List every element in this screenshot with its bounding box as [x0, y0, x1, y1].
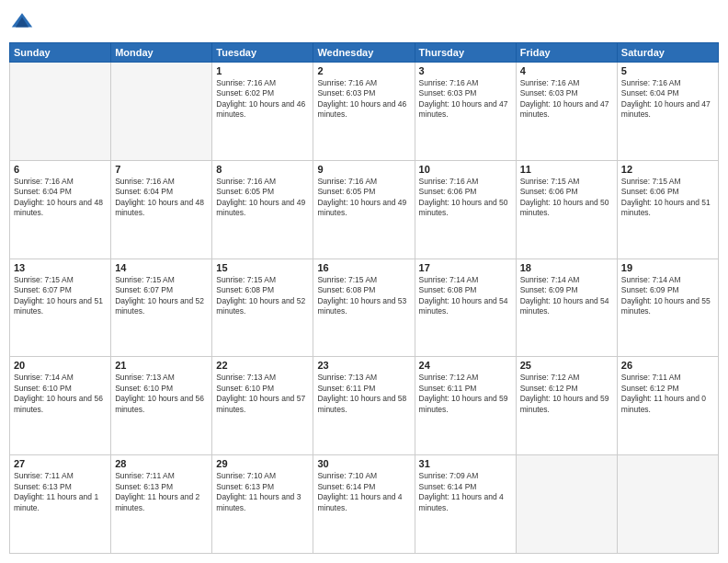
- day-header-tuesday: Tuesday: [212, 43, 313, 63]
- calendar-cell: 14Sunrise: 7:15 AM Sunset: 6:07 PM Dayli…: [111, 259, 212, 357]
- calendar-cell: 22Sunrise: 7:13 AM Sunset: 6:10 PM Dayli…: [212, 357, 313, 455]
- day-number: 31: [419, 458, 512, 469]
- cell-sun-info: Sunrise: 7:15 AM Sunset: 6:08 PM Dayligh…: [317, 275, 410, 317]
- cell-sun-info: Sunrise: 7:16 AM Sunset: 6:05 PM Dayligh…: [317, 177, 410, 219]
- day-number: 24: [419, 360, 512, 371]
- day-number: 30: [317, 458, 410, 469]
- calendar-week-2: 6Sunrise: 7:16 AM Sunset: 6:04 PM Daylig…: [10, 160, 719, 259]
- cell-sun-info: Sunrise: 7:10 AM Sunset: 6:14 PM Dayligh…: [317, 471, 410, 513]
- cell-sun-info: Sunrise: 7:13 AM Sunset: 6:10 PM Dayligh…: [115, 373, 208, 415]
- day-number: 4: [520, 65, 613, 76]
- cell-sun-info: Sunrise: 7:12 AM Sunset: 6:11 PM Dayligh…: [419, 373, 512, 415]
- calendar-cell: 10Sunrise: 7:16 AM Sunset: 6:06 PM Dayli…: [415, 160, 516, 259]
- cell-sun-info: Sunrise: 7:09 AM Sunset: 6:14 PM Dayligh…: [419, 471, 512, 513]
- cell-sun-info: Sunrise: 7:16 AM Sunset: 6:02 PM Dayligh…: [216, 78, 309, 121]
- calendar-cell: 11Sunrise: 7:15 AM Sunset: 6:06 PM Dayli…: [516, 160, 617, 259]
- calendar-cell: 30Sunrise: 7:10 AM Sunset: 6:14 PM Dayli…: [313, 455, 415, 554]
- day-header-thursday: Thursday: [415, 43, 516, 63]
- calendar-cell: 2Sunrise: 7:16 AM Sunset: 6:03 PM Daylig…: [313, 63, 415, 161]
- day-header-friday: Friday: [516, 43, 617, 63]
- day-number: 3: [419, 65, 512, 76]
- day-number: 14: [115, 262, 208, 273]
- calendar-cell: [617, 455, 718, 554]
- day-number: 6: [14, 164, 107, 175]
- day-number: 11: [520, 164, 613, 175]
- cell-sun-info: Sunrise: 7:16 AM Sunset: 6:05 PM Dayligh…: [216, 177, 309, 219]
- calendar-cell: 9Sunrise: 7:16 AM Sunset: 6:05 PM Daylig…: [313, 160, 415, 259]
- day-number: 12: [621, 164, 714, 175]
- cell-sun-info: Sunrise: 7:14 AM Sunset: 6:08 PM Dayligh…: [419, 275, 512, 317]
- calendar-cell: 16Sunrise: 7:15 AM Sunset: 6:08 PM Dayli…: [313, 259, 415, 357]
- cell-sun-info: Sunrise: 7:15 AM Sunset: 6:07 PM Dayligh…: [115, 275, 208, 317]
- cell-sun-info: Sunrise: 7:15 AM Sunset: 6:06 PM Dayligh…: [520, 177, 613, 219]
- calendar-cell: [10, 63, 111, 161]
- calendar-cell: 31Sunrise: 7:09 AM Sunset: 6:14 PM Dayli…: [415, 455, 516, 554]
- cell-sun-info: Sunrise: 7:16 AM Sunset: 6:03 PM Dayligh…: [317, 78, 410, 121]
- day-number: 16: [317, 262, 410, 273]
- calendar-cell: 4Sunrise: 7:16 AM Sunset: 6:03 PM Daylig…: [516, 63, 617, 161]
- day-number: 28: [115, 458, 208, 469]
- cell-sun-info: Sunrise: 7:14 AM Sunset: 6:09 PM Dayligh…: [621, 275, 714, 317]
- calendar-cell: 28Sunrise: 7:11 AM Sunset: 6:13 PM Dayli…: [111, 455, 212, 554]
- logo-icon: [9, 9, 35, 35]
- calendar-cell: [516, 455, 617, 554]
- day-number: 18: [520, 262, 613, 273]
- cell-sun-info: Sunrise: 7:16 AM Sunset: 6:04 PM Dayligh…: [621, 78, 714, 121]
- calendar-cell: 26Sunrise: 7:11 AM Sunset: 6:12 PM Dayli…: [617, 357, 718, 455]
- calendar-week-5: 27Sunrise: 7:11 AM Sunset: 6:13 PM Dayli…: [10, 455, 719, 554]
- cell-sun-info: Sunrise: 7:16 AM Sunset: 6:04 PM Dayligh…: [14, 177, 107, 219]
- cell-sun-info: Sunrise: 7:11 AM Sunset: 6:13 PM Dayligh…: [14, 471, 107, 513]
- day-number: 29: [216, 458, 309, 469]
- calendar-week-1: 1Sunrise: 7:16 AM Sunset: 6:02 PM Daylig…: [10, 63, 719, 161]
- day-number: 23: [317, 360, 410, 371]
- cell-sun-info: Sunrise: 7:11 AM Sunset: 6:12 PM Dayligh…: [621, 373, 714, 415]
- day-number: 22: [216, 360, 309, 371]
- cell-sun-info: Sunrise: 7:14 AM Sunset: 6:09 PM Dayligh…: [520, 275, 613, 317]
- calendar-cell: 25Sunrise: 7:12 AM Sunset: 6:12 PM Dayli…: [516, 357, 617, 455]
- cell-sun-info: Sunrise: 7:10 AM Sunset: 6:13 PM Dayligh…: [216, 471, 309, 513]
- cell-sun-info: Sunrise: 7:15 AM Sunset: 6:06 PM Dayligh…: [621, 177, 714, 219]
- day-number: 17: [419, 262, 512, 273]
- calendar-table: SundayMondayTuesdayWednesdayThursdayFrid…: [9, 42, 719, 554]
- cell-sun-info: Sunrise: 7:15 AM Sunset: 6:08 PM Dayligh…: [216, 275, 309, 317]
- day-number: 15: [216, 262, 309, 273]
- cell-sun-info: Sunrise: 7:12 AM Sunset: 6:12 PM Dayligh…: [520, 373, 613, 415]
- calendar-cell: [111, 63, 212, 161]
- cell-sun-info: Sunrise: 7:16 AM Sunset: 6:03 PM Dayligh…: [520, 78, 613, 121]
- calendar-cell: 23Sunrise: 7:13 AM Sunset: 6:11 PM Dayli…: [313, 357, 415, 455]
- day-header-monday: Monday: [111, 43, 212, 63]
- calendar-cell: 18Sunrise: 7:14 AM Sunset: 6:09 PM Dayli…: [516, 259, 617, 357]
- calendar-week-4: 20Sunrise: 7:14 AM Sunset: 6:10 PM Dayli…: [10, 357, 719, 455]
- calendar-cell: 12Sunrise: 7:15 AM Sunset: 6:06 PM Dayli…: [617, 160, 718, 259]
- calendar-cell: 1Sunrise: 7:16 AM Sunset: 6:02 PM Daylig…: [212, 63, 313, 161]
- cell-sun-info: Sunrise: 7:13 AM Sunset: 6:10 PM Dayligh…: [216, 373, 309, 415]
- cell-sun-info: Sunrise: 7:15 AM Sunset: 6:07 PM Dayligh…: [14, 275, 107, 317]
- calendar-cell: 5Sunrise: 7:16 AM Sunset: 6:04 PM Daylig…: [617, 63, 718, 161]
- day-number: 9: [317, 164, 410, 175]
- day-number: 20: [14, 360, 107, 371]
- calendar-cell: 8Sunrise: 7:16 AM Sunset: 6:05 PM Daylig…: [212, 160, 313, 259]
- day-number: 19: [621, 262, 714, 273]
- day-number: 2: [317, 65, 410, 76]
- calendar-cell: 13Sunrise: 7:15 AM Sunset: 6:07 PM Dayli…: [10, 259, 111, 357]
- calendar-cell: 29Sunrise: 7:10 AM Sunset: 6:13 PM Dayli…: [212, 455, 313, 554]
- calendar-cell: 17Sunrise: 7:14 AM Sunset: 6:08 PM Dayli…: [415, 259, 516, 357]
- day-number: 8: [216, 164, 309, 175]
- calendar-cell: 20Sunrise: 7:14 AM Sunset: 6:10 PM Dayli…: [10, 357, 111, 455]
- calendar-cell: 21Sunrise: 7:13 AM Sunset: 6:10 PM Dayli…: [111, 357, 212, 455]
- calendar-cell: 7Sunrise: 7:16 AM Sunset: 6:04 PM Daylig…: [111, 160, 212, 259]
- cell-sun-info: Sunrise: 7:11 AM Sunset: 6:13 PM Dayligh…: [115, 471, 208, 513]
- calendar-header-row: SundayMondayTuesdayWednesdayThursdayFrid…: [10, 43, 719, 63]
- day-number: 25: [520, 360, 613, 371]
- day-header-saturday: Saturday: [617, 43, 718, 63]
- cell-sun-info: Sunrise: 7:16 AM Sunset: 6:04 PM Dayligh…: [115, 177, 208, 219]
- day-header-wednesday: Wednesday: [313, 43, 415, 63]
- calendar-cell: 15Sunrise: 7:15 AM Sunset: 6:08 PM Dayli…: [212, 259, 313, 357]
- calendar-cell: 24Sunrise: 7:12 AM Sunset: 6:11 PM Dayli…: [415, 357, 516, 455]
- cell-sun-info: Sunrise: 7:16 AM Sunset: 6:06 PM Dayligh…: [419, 177, 512, 219]
- day-number: 21: [115, 360, 208, 371]
- cell-sun-info: Sunrise: 7:14 AM Sunset: 6:10 PM Dayligh…: [14, 373, 107, 415]
- calendar-cell: 27Sunrise: 7:11 AM Sunset: 6:13 PM Dayli…: [10, 455, 111, 554]
- day-number: 1: [216, 65, 309, 76]
- day-number: 10: [419, 164, 512, 175]
